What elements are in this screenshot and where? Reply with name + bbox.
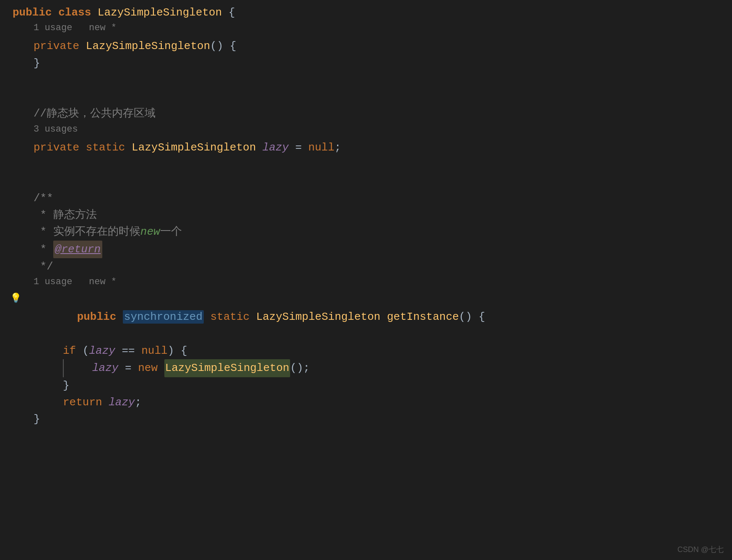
brace-if-open: { bbox=[181, 342, 187, 359]
javadoc-new-instance-prefix: * 实例不存在的时候 bbox=[34, 223, 140, 240]
keyword-if: if bbox=[63, 342, 83, 359]
line-return: return lazy; bbox=[8, 394, 732, 411]
if-block-line bbox=[63, 359, 64, 377]
line-method-close: } bbox=[8, 411, 732, 428]
var-lazy-2: lazy bbox=[92, 360, 118, 376]
line-javadoc-close: */ bbox=[8, 258, 732, 275]
paren-if-close: ) bbox=[168, 342, 181, 359]
line-javadoc-open: /** bbox=[8, 190, 732, 207]
line-empty-4 bbox=[8, 173, 732, 189]
brace-open: { bbox=[228, 4, 235, 21]
hint-usage-2: 1 usage new * bbox=[34, 275, 117, 289]
line-javadoc-2: * 实例不存在的时候new一个 bbox=[8, 223, 732, 240]
line-empty-1 bbox=[8, 72, 732, 88]
line-hint-usage-2: 1 usage new * bbox=[8, 275, 732, 292]
keyword-return: return bbox=[63, 394, 109, 411]
constructor-name: LazySimpleSingleton bbox=[86, 38, 210, 54]
javadoc-new-instance-suffix: 一个 bbox=[160, 223, 182, 240]
line-constructor-decl: private LazySimpleSingleton() { bbox=[8, 38, 732, 54]
paren-if-open: ( bbox=[83, 342, 89, 359]
line-empty-2 bbox=[8, 88, 732, 105]
brace-constructor-close: } bbox=[34, 55, 40, 72]
class-name-lazy: LazySimpleSingleton bbox=[98, 4, 228, 21]
brace-constructor-open: { bbox=[230, 38, 236, 54]
keyword-class: class bbox=[58, 4, 98, 21]
javadoc-new-tag: new bbox=[140, 223, 160, 240]
line-if-stmt: if (lazy == null) { bbox=[8, 342, 732, 359]
keyword-private-2: private bbox=[34, 139, 86, 156]
keyword-public: public bbox=[13, 4, 58, 21]
hint-usage: 1 usage new * bbox=[34, 21, 117, 35]
keyword-private: private bbox=[34, 38, 86, 54]
operator-assign: = bbox=[289, 139, 309, 156]
keyword-null: null bbox=[308, 139, 334, 156]
hint-3-usages: 3 usages bbox=[34, 122, 78, 137]
bulb-icon[interactable]: 💡 bbox=[10, 292, 21, 306]
line-lazy-assign: lazy = new LazySimpleSingleton(); bbox=[8, 359, 732, 377]
operator-eq: == bbox=[115, 342, 141, 359]
javadoc-open: /** bbox=[34, 190, 53, 207]
keyword-static: static bbox=[86, 139, 132, 156]
line-getinstance-decl: 💡 public synchronized static LazySimpleS… bbox=[8, 292, 732, 342]
operator-assign-2: = bbox=[118, 360, 138, 376]
paren-method: () bbox=[459, 311, 479, 323]
line-class-decl: public class LazySimpleSingleton { bbox=[8, 4, 732, 21]
space-1 bbox=[204, 311, 210, 323]
field-type: LazySimpleSingleton bbox=[132, 139, 262, 156]
line-constructor-close: } bbox=[8, 55, 732, 72]
javadoc-return-tag: @return bbox=[53, 241, 102, 258]
line-javadoc-1: * 静态方法 bbox=[8, 207, 732, 223]
method-name-getinstance: getInstance bbox=[387, 311, 459, 323]
keyword-new: new bbox=[138, 360, 164, 376]
field-name-lazy: lazy bbox=[262, 139, 288, 156]
new-class-name: LazySimpleSingleton bbox=[164, 359, 290, 377]
brace-if-close: } bbox=[63, 377, 70, 394]
javadoc-star: * bbox=[34, 241, 53, 258]
paren-new: (); bbox=[290, 360, 310, 376]
code-editor: public class LazySimpleSingleton { 1 usa… bbox=[0, 0, 732, 432]
var-lazy-1: lazy bbox=[89, 342, 115, 359]
javadoc-close: */ bbox=[34, 258, 53, 275]
var-lazy-3: lazy bbox=[109, 394, 135, 411]
brace-method-open: { bbox=[478, 311, 485, 323]
keyword-synchronized: synchronized bbox=[123, 310, 204, 324]
line-hint-usage: 1 usage new * bbox=[8, 21, 732, 38]
line-lazy-field: private static LazySimpleSingleton lazy … bbox=[8, 139, 732, 156]
line-hint-3usages: 3 usages bbox=[8, 122, 732, 139]
keyword-public-2: public bbox=[77, 311, 123, 323]
line-javadoc-return: * @return bbox=[8, 241, 732, 258]
comment-static-block: //静态块，公共内存区域 bbox=[34, 105, 156, 122]
return-type: LazySimpleSingleton bbox=[256, 311, 387, 323]
brace-method-close: } bbox=[34, 411, 40, 428]
javadoc-static-method: * 静态方法 bbox=[34, 207, 97, 223]
line-comment-static: //静态块，公共内存区域 bbox=[8, 105, 732, 122]
watermark: CSDN @七七 bbox=[677, 544, 724, 556]
semicolon-2: ; bbox=[135, 394, 142, 411]
line-empty-3 bbox=[8, 156, 732, 173]
paren-constructor: () bbox=[210, 38, 230, 54]
keyword-null-2: null bbox=[141, 342, 167, 359]
semicolon-1: ; bbox=[335, 139, 341, 156]
keyword-static-2: static bbox=[210, 311, 256, 323]
line-if-close: } bbox=[8, 377, 732, 394]
